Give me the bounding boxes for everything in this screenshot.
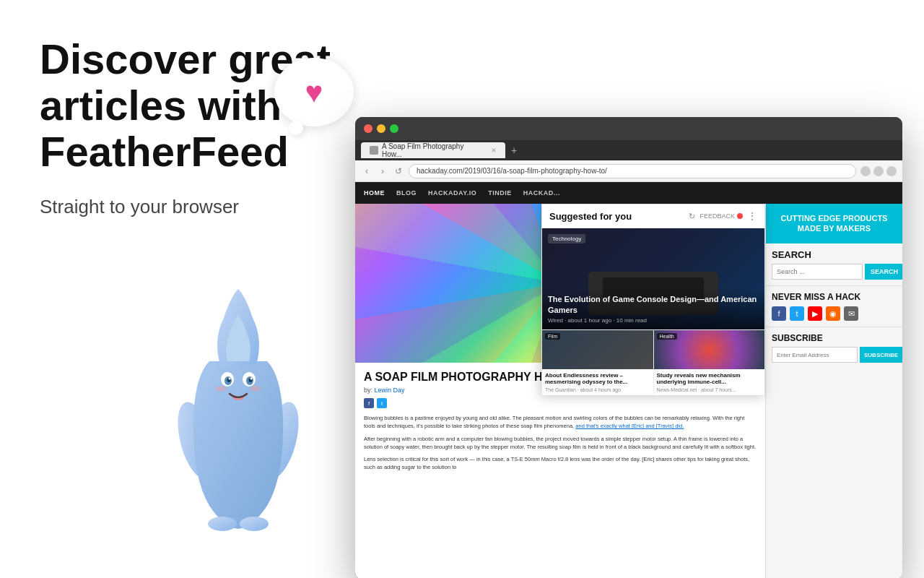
nav-home[interactable]: HOME [364, 189, 385, 197]
extension-icon-2[interactable] [873, 166, 884, 176]
article-body-3: Lens selection is critical for this sort… [364, 455, 757, 472]
health-card-text: Study reveals new mechanism underlying i… [654, 369, 765, 395]
nav-tindie[interactable]: TINDIE [488, 189, 512, 197]
suggested-title: Suggested for you [549, 211, 684, 222]
refresh-icon[interactable]: ↻ [689, 212, 695, 221]
traffic-light-yellow[interactable] [377, 124, 385, 133]
subscribe-button[interactable]: SUBSCRIBE [860, 347, 902, 363]
tab-title: A Soap Film Photography How... [382, 142, 484, 158]
suggested-header: Suggested for you ↻ FEEDBACK ⋮ [542, 204, 764, 228]
ad-text: CUTTING EDGE PRODUCTS MADE BY MAKERS [781, 214, 888, 233]
article-author[interactable]: Lewin Day [375, 387, 405, 394]
subscribe-section: SUBSCRIBE SUBSCRIBE [766, 327, 902, 368]
article-area: A SOAP FILM PHOTOGRAPHY HOW-TO by: Lewin… [355, 204, 902, 578]
social-icons-row: f t ▶ ◉ ✉ [772, 306, 897, 321]
browser-titlebar [355, 117, 902, 140]
never-miss-section: NEVER MISS A HACK f t ▶ ◉ ✉ [766, 285, 902, 327]
back-button[interactable]: ‹ [361, 166, 372, 176]
featured-overlay: The Evolution of Game Console Design—and… [542, 288, 764, 329]
search-row: SEARCH [772, 264, 897, 280]
featured-tag: Technology [548, 234, 585, 243]
heart-icon: ♥ [305, 75, 323, 110]
refresh-button[interactable]: ↺ [393, 166, 404, 176]
extension-icon-1[interactable] [860, 166, 871, 176]
speech-bubble: ♥ [274, 58, 361, 137]
forward-button[interactable]: › [377, 166, 388, 176]
search-title: SEARCH [772, 249, 897, 260]
traffic-light-red[interactable] [364, 124, 372, 133]
featured-article-card[interactable]: Technology The Evolution of Game Console… [542, 228, 764, 329]
byline-prefix: by: [364, 387, 372, 394]
twitter-share-icon[interactable]: t [377, 398, 387, 408]
email-input[interactable] [772, 347, 858, 363]
feedback-dot [737, 213, 743, 219]
nav-hackaday-more[interactable]: HACKAD... [523, 189, 560, 197]
facebook-icon[interactable]: f [772, 306, 786, 321]
svg-point-10 [216, 386, 226, 392]
mascot-svg [166, 275, 310, 535]
traffic-light-green[interactable] [390, 124, 398, 133]
address-bar[interactable]: hackaday.com/2019/03/16/a-soap-film-phot… [409, 164, 856, 178]
ad-line2: MADE BY MAKERS [781, 224, 888, 233]
health-card-title: Study reveals new mechanism underlying i… [657, 372, 762, 386]
article-sidebar: CUTTING EDGE PRODUCTS MADE BY MAKERS SEA… [765, 204, 902, 578]
browser-tab-active[interactable]: A Soap Film Photography How... ✕ [361, 142, 505, 158]
article-body-1: Blowing bubbles is a pastime enjoyed by … [364, 414, 757, 431]
new-tab-button[interactable]: + [505, 144, 523, 156]
browser-extension-icons [860, 166, 897, 176]
health-card-meta: News-Medical.net · about 7 hours... [657, 387, 762, 392]
search-input[interactable] [772, 264, 863, 280]
nav-hackaday-io[interactable]: HACKADAY.IO [428, 189, 476, 197]
film-tag: Film [545, 333, 560, 340]
featured-source: Wired [548, 317, 563, 324]
svg-point-9 [250, 378, 253, 380]
film-card-text: About Endlessness review – mesmerising o… [542, 369, 653, 395]
film-card-title: About Endlessness review – mesmerising o… [545, 372, 650, 386]
search-button[interactable]: SEARCH [865, 264, 902, 280]
small-card-film[interactable]: Film About Endlessness review – mesmeris… [542, 330, 654, 395]
ad-line1: CUTTING EDGE PRODUCTS [781, 214, 888, 223]
film-card-meta: The Guardian · about 4 hours ago [545, 387, 650, 392]
article-link[interactable]: and that's exactly what [Eric] and [Trav… [575, 423, 684, 429]
svg-point-8 [229, 378, 231, 380]
more-options-icon[interactable]: ⋮ [747, 210, 757, 222]
tab-close-button[interactable]: ✕ [491, 147, 497, 154]
nav-blog[interactable]: BLOG [396, 189, 417, 197]
article-body-2: After beginning with a robotic arm and a… [364, 435, 757, 452]
browser-content: HOME BLOG HACKADAY.IO TINDIE HACKAD... A… [355, 182, 902, 578]
suggested-panel: Suggested for you ↻ FEEDBACK ⋮ Technolog… [541, 204, 765, 396]
social-share-icons: f t [364, 398, 757, 408]
never-miss-title: NEVER MISS A HACK [772, 292, 897, 302]
browser-tabs: A Soap Film Photography How... ✕ + [355, 140, 902, 160]
feedback-label[interactable]: FEEDBACK [699, 212, 743, 220]
featured-card-meta: Wired · about 1 hour ago · 10 min read [548, 317, 759, 324]
youtube-icon[interactable]: ▶ [808, 306, 822, 321]
featured-card-title: The Evolution of Game Console Design—and… [548, 294, 759, 315]
svg-point-12 [208, 517, 237, 531]
featured-time: · about 1 hour ago [565, 317, 611, 324]
rss-icon[interactable]: ◉ [826, 306, 840, 321]
hero-subtitle: Straight to your browser [40, 196, 343, 218]
hackaday-navbar: HOME BLOG HACKADAY.IO TINDIE HACKAD... [355, 182, 902, 204]
feedback-text: FEEDBACK [699, 212, 735, 220]
sidebar-search-section: SEARCH SEARCH [766, 243, 902, 285]
subscribe-row: SUBSCRIBE [772, 347, 897, 363]
small-cards-row: Film About Endlessness review – mesmeris… [542, 329, 764, 395]
speech-bubble-body: ♥ [274, 58, 354, 126]
browser-addressbar: ‹ › ↺ hackaday.com/2019/03/16/a-soap-fil… [355, 160, 902, 182]
browser-window: A Soap Film Photography How... ✕ + ‹ › ↺… [355, 117, 902, 578]
mascot [166, 275, 346, 578]
svg-point-13 [240, 517, 269, 531]
subscribe-title: SUBSCRIBE [772, 333, 897, 343]
health-tag: Health [657, 333, 677, 340]
extension-icon-3[interactable] [886, 166, 897, 176]
featured-read: · 10 min read [613, 317, 647, 324]
hackaday-ad-banner[interactable]: CUTTING EDGE PRODUCTS MADE BY MAKERS [766, 204, 902, 243]
tab-favicon [370, 146, 378, 155]
twitter-icon[interactable]: t [790, 306, 804, 321]
svg-point-11 [250, 386, 261, 392]
facebook-share-icon[interactable]: f [364, 398, 374, 408]
small-card-health[interactable]: Health Study reveals new mechanism under… [654, 330, 765, 395]
address-text: hackaday.com/2019/03/16/a-soap-film-phot… [417, 167, 607, 175]
email-icon[interactable]: ✉ [844, 306, 858, 321]
